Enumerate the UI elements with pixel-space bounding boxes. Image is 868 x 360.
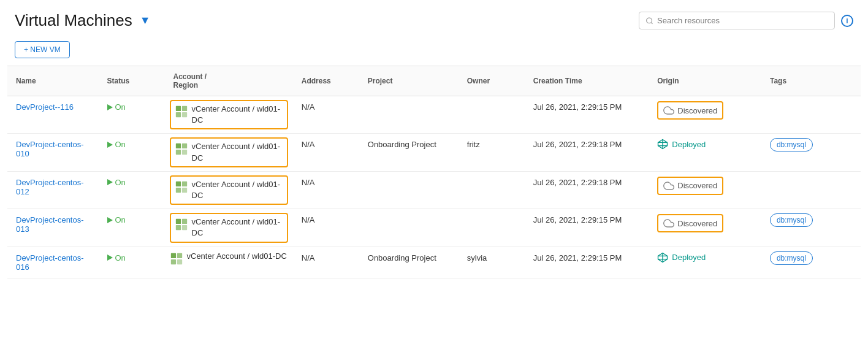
cloud-icon	[663, 105, 674, 116]
tag-badge: db:mysql	[770, 213, 813, 227]
vm-creation-time-cell: Jul 26, 2021, 2:29:18 PM	[525, 134, 649, 171]
info-icon[interactable]: i	[841, 15, 853, 27]
vm-account-cell: vCenter Account / wld01-DC	[165, 96, 293, 134]
vm-address-cell: N/A	[293, 247, 359, 278]
vm-account-cell: vCenter Account / wld01-DC	[165, 134, 293, 171]
svg-line-1	[651, 22, 652, 23]
status-on: On	[107, 140, 156, 149]
vm-name-link[interactable]: DevProject--116	[16, 102, 74, 112]
vcenter-icon	[170, 252, 183, 266]
svg-rect-23	[177, 253, 181, 258]
vm-owner-cell	[459, 171, 525, 209]
play-icon	[107, 217, 113, 223]
col-header-creation: Creation Time	[525, 66, 649, 96]
new-vm-button[interactable]: + NEW VM	[15, 41, 70, 58]
origin-label: Discovered	[677, 181, 717, 190]
status-label: On	[115, 140, 126, 149]
svg-rect-3	[181, 106, 186, 111]
svg-rect-16	[175, 188, 180, 193]
table-row: DevProject-centos-010On vCenter Account …	[7, 134, 861, 171]
vm-name-cell: DevProject-centos-012	[7, 171, 99, 209]
vm-owner-cell	[459, 96, 525, 134]
play-icon	[107, 179, 113, 185]
status-on: On	[107, 178, 156, 187]
vm-name-cell: DevProject-centos-010	[7, 134, 99, 171]
account-text: vCenter Account / wld01-DC	[192, 216, 283, 239]
svg-rect-2	[175, 106, 180, 111]
svg-rect-18	[175, 219, 180, 224]
origin-label: Discovered	[677, 106, 717, 115]
vm-account-cell: vCenter Account / wld01-DC	[165, 247, 293, 278]
vm-name-link[interactable]: DevProject-centos-012	[16, 178, 84, 196]
svg-rect-6	[175, 144, 180, 148]
cloud-icon	[663, 218, 674, 229]
account-text: vCenter Account / wld01-DC	[192, 179, 283, 201]
col-header-project: Project	[359, 66, 459, 96]
account-text: vCenter Account / wld01-DC	[192, 141, 283, 163]
vm-tags-cell: db:mysql	[761, 247, 861, 278]
vm-status-cell: On	[99, 209, 165, 247]
vm-tags-cell: db:mysql	[761, 134, 861, 171]
svg-point-0	[647, 18, 652, 23]
vm-origin-cell: Deployed	[649, 134, 761, 171]
play-icon	[107, 255, 113, 261]
search-box[interactable]	[639, 12, 835, 29]
status-on: On	[107, 215, 156, 224]
vm-name-link[interactable]: DevProject-centos-013	[16, 215, 84, 234]
vm-table: Name Status Account /Region Address Proj…	[7, 66, 861, 278]
account-text: vCenter Account / wld01-DC	[187, 251, 287, 262]
origin-label: Deployed	[672, 253, 706, 262]
vm-creation-time-cell: Jul 26, 2021, 2:29:15 PM	[525, 96, 649, 134]
vcenter-icon	[175, 142, 188, 156]
vm-account-cell: vCenter Account / wld01-DC	[165, 171, 293, 209]
deployed-icon	[657, 139, 668, 150]
table-row: DevProject-centos-013On vCenter Account …	[7, 209, 861, 247]
vm-owner-cell: sylvia	[459, 247, 525, 278]
vm-project-cell	[359, 209, 459, 247]
play-icon	[107, 142, 113, 148]
vm-name-cell: DevProject--116	[7, 96, 99, 134]
status-label: On	[115, 215, 126, 224]
vm-name-link[interactable]: DevProject-centos-016	[16, 253, 84, 272]
vm-address-cell: N/A	[293, 209, 359, 247]
origin-label: Deployed	[672, 140, 706, 149]
origin-label: Discovered	[677, 219, 717, 228]
tag-badge: db:mysql	[770, 138, 813, 151]
col-header-origin: Origin	[649, 66, 761, 96]
vm-origin-cell: Deployed	[649, 247, 761, 278]
status-on: On	[107, 253, 156, 262]
status-label: On	[115, 253, 126, 262]
filter-icon[interactable]: ▼	[140, 14, 151, 27]
vm-address-cell: N/A	[293, 171, 359, 209]
vm-creation-time-cell: Jul 26, 2021, 2:29:15 PM	[525, 247, 649, 278]
svg-rect-25	[177, 259, 181, 264]
vm-status-cell: On	[99, 171, 165, 209]
vcenter-icon	[175, 180, 188, 194]
svg-rect-7	[181, 144, 186, 148]
play-icon	[107, 104, 113, 110]
vm-origin-cell: Discovered	[649, 96, 761, 134]
vm-status-cell: On	[99, 134, 165, 171]
col-header-tags: Tags	[761, 66, 861, 96]
vm-account-cell: vCenter Account / wld01-DC	[165, 209, 293, 247]
status-label: On	[115, 102, 126, 112]
vm-name-cell: DevProject-centos-013	[7, 209, 99, 247]
search-input[interactable]	[657, 16, 828, 25]
svg-rect-4	[175, 112, 180, 117]
vcenter-icon	[175, 105, 188, 118]
table-row: DevProject--116On vCenter Account / wld0…	[7, 96, 861, 134]
col-header-owner: Owner	[459, 66, 525, 96]
page-title: Virtual Machines	[15, 11, 132, 30]
svg-rect-22	[170, 253, 175, 258]
svg-rect-20	[175, 225, 180, 230]
status-on: On	[107, 102, 156, 112]
vm-name-link[interactable]: DevProject-centos-010	[16, 140, 84, 158]
account-text: vCenter Account / wld01-DC	[192, 104, 283, 126]
cloud-icon	[663, 180, 674, 191]
svg-rect-21	[181, 225, 186, 230]
vm-creation-time-cell: Jul 26, 2021, 2:29:15 PM	[525, 209, 649, 247]
col-header-status: Status	[99, 66, 165, 96]
vm-project-cell	[359, 171, 459, 209]
vm-tags-cell	[761, 171, 861, 209]
svg-rect-14	[175, 182, 180, 186]
